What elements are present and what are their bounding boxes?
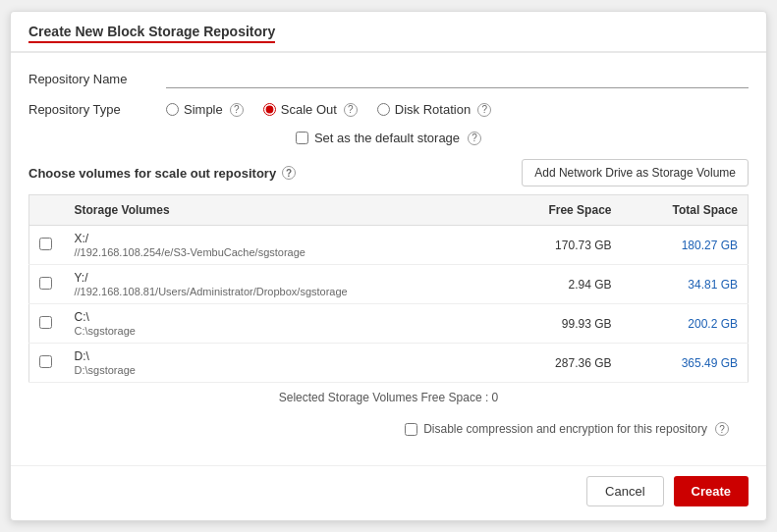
table-row: C:\ C:\sgstorage 99.93 GB 200.2 GB <box>29 304 749 344</box>
create-button[interactable]: Create <box>674 476 749 506</box>
volume-checkbox-3[interactable] <box>39 355 52 368</box>
volumes-title: Choose volumes for scale out repository … <box>28 166 296 181</box>
volumes-header: Choose volumes for scale out repository … <box>28 159 749 186</box>
col-checkbox <box>29 195 65 226</box>
repository-type-radio-group: Simple ? Scale Out ? Disk Rotation ? <box>166 102 491 117</box>
row-checkbox-cell <box>29 265 65 304</box>
dialog-header: Create New Block Storage Repository <box>11 12 766 53</box>
radio-simple[interactable]: Simple ? <box>166 102 244 117</box>
volume-name: C:\ <box>75 310 489 324</box>
table-row: X:/ //192.168.108.254/e/S3-VembuCache/sg… <box>29 226 749 265</box>
row-checkbox-cell <box>29 304 65 344</box>
volume-free-space: 170.73 GB <box>499 226 622 265</box>
radio-diskrotation-label: Disk Rotation <box>395 102 471 117</box>
row-checkbox-cell <box>29 344 65 383</box>
volume-free-space: 2.94 GB <box>499 265 622 304</box>
disable-compress-checkbox[interactable] <box>405 423 417 436</box>
default-storage-checkbox[interactable] <box>296 132 308 144</box>
volumes-help-icon[interactable]: ? <box>282 166 296 180</box>
radio-diskrotation[interactable]: Disk Rotation ? <box>377 102 491 117</box>
repository-name-row: Repository Name <box>28 69 749 88</box>
default-storage-help-icon[interactable]: ? <box>468 132 481 145</box>
table-row: D:\ D:\sgstorage 287.36 GB 365.49 GB <box>29 344 749 383</box>
table-row: Y:/ //192.168.108.81/Users/Administrator… <box>29 265 749 304</box>
dialog-footer: Cancel Create <box>11 465 766 520</box>
col-free-space: Free Space <box>499 195 622 226</box>
volume-name-cell: C:\ C:\sgstorage <box>65 304 499 344</box>
volume-free-space: 287.36 GB <box>499 344 622 383</box>
volume-name: X:/ <box>75 232 489 245</box>
volume-name-cell: D:\ D:\sgstorage <box>65 344 499 383</box>
volume-name: D:\ <box>75 349 489 363</box>
dialog-title: Create New Block Storage Repository <box>28 24 275 43</box>
volume-total-space: 200.2 GB <box>621 304 748 344</box>
volume-checkbox-1[interactable] <box>39 277 52 290</box>
selected-space-text: Selected Storage Volumes Free Space : 0 <box>28 383 749 412</box>
radio-diskrotation-input[interactable] <box>377 103 390 116</box>
default-storage-row: Set as the default storage ? <box>28 131 749 145</box>
dialog-body: Repository Name Repository Type Simple ?… <box>11 53 766 465</box>
radio-scaleout[interactable]: Scale Out ? <box>263 102 358 117</box>
volume-path: //192.168.108.254/e/S3-VembuCache/sgstor… <box>75 246 489 258</box>
volume-path: C:\sgstorage <box>75 325 489 337</box>
radio-simple-input[interactable] <box>166 103 179 116</box>
radio-scaleout-label: Scale Out <box>281 102 337 117</box>
radio-scaleout-input[interactable] <box>263 103 276 116</box>
volume-free-space: 99.93 GB <box>499 304 622 344</box>
volume-total-space: 180.27 GB <box>621 226 748 265</box>
disable-compress-label: Disable compression and encryption for t… <box>423 422 707 436</box>
volume-total-space: 34.81 GB <box>621 265 748 304</box>
volume-checkbox-0[interactable] <box>39 238 52 250</box>
disable-compress-help-icon[interactable]: ? <box>715 422 729 436</box>
repository-name-label: Repository Name <box>28 72 166 86</box>
radio-simple-label: Simple <box>184 102 223 117</box>
repository-name-input[interactable] <box>166 69 749 88</box>
volume-name-cell: X:/ //192.168.108.254/e/S3-VembuCache/sg… <box>65 226 499 265</box>
create-block-storage-dialog: Create New Block Storage Repository Repo… <box>10 11 767 521</box>
table-header-row: Storage Volumes Free Space Total Space <box>29 195 749 226</box>
volume-path: D:\sgstorage <box>75 364 489 376</box>
col-total-space: Total Space <box>621 195 748 226</box>
col-storage-volumes: Storage Volumes <box>65 195 499 226</box>
diskrotation-help-icon[interactable]: ? <box>477 103 491 117</box>
volume-total-space: 365.49 GB <box>621 344 748 383</box>
add-network-drive-button[interactable]: Add Network Drive as Storage Volume <box>522 159 749 186</box>
scaleout-help-icon[interactable]: ? <box>344 103 358 117</box>
repository-type-label: Repository Type <box>28 102 166 117</box>
repository-type-row: Repository Type Simple ? Scale Out ? Dis… <box>28 102 749 117</box>
row-checkbox-cell <box>29 226 65 265</box>
default-storage-label: Set as the default storage <box>314 131 460 145</box>
simple-help-icon[interactable]: ? <box>230 103 244 117</box>
volume-path: //192.168.108.81/Users/Administrator/Dro… <box>75 286 489 297</box>
volume-name-cell: Y:/ //192.168.108.81/Users/Administrator… <box>65 265 499 304</box>
volume-checkbox-2[interactable] <box>39 316 52 329</box>
disable-compress-row: Disable compression and encryption for t… <box>28 422 749 436</box>
storage-volumes-table: Storage Volumes Free Space Total Space X… <box>28 194 749 383</box>
volumes-section: Choose volumes for scale out repository … <box>28 159 749 412</box>
volume-name: Y:/ <box>75 271 489 285</box>
cancel-button[interactable]: Cancel <box>586 476 663 506</box>
